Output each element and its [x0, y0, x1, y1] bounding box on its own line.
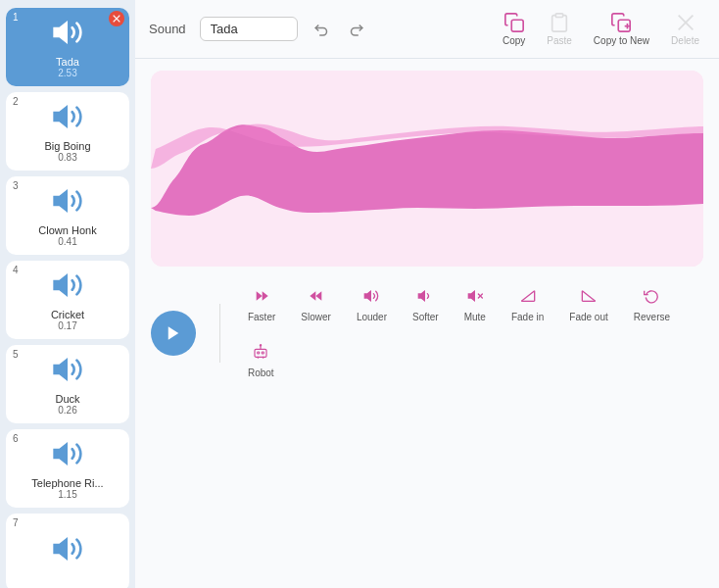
- louder-button[interactable]: Louder: [353, 286, 391, 324]
- sidebar-item-Clown Honk[interactable]: 3 Clown Honk0.41: [6, 176, 129, 255]
- speaker-icon: [52, 438, 83, 473]
- slower-button[interactable]: Slower: [297, 286, 335, 324]
- fade-out-button[interactable]: Fade out: [565, 286, 611, 324]
- item-duration: 0.17: [58, 320, 76, 331]
- item-number: 7: [13, 517, 19, 528]
- sidebar-item-Tada[interactable]: 1 Tada2.53: [6, 8, 129, 86]
- svg-point-34: [261, 345, 262, 346]
- mute-icon: [465, 288, 485, 309]
- item-number: 1: [13, 12, 19, 23]
- mute-label: Mute: [464, 312, 486, 322]
- copy-button[interactable]: Copy: [497, 8, 531, 50]
- svg-line-27: [521, 291, 534, 302]
- reverse-icon: [642, 288, 661, 309]
- item-number: 5: [13, 349, 19, 360]
- svg-marker-23: [419, 291, 425, 300]
- fade-in-icon: [518, 288, 538, 309]
- item-number: 3: [13, 180, 19, 191]
- svg-marker-19: [257, 291, 263, 300]
- louder-label: Louder: [357, 312, 387, 322]
- sound-name-input[interactable]: [200, 17, 298, 41]
- softer-icon: [415, 288, 435, 309]
- item-number: 2: [13, 96, 19, 107]
- waveform-display: [151, 71, 703, 267]
- delete-item-button[interactable]: [109, 11, 124, 26]
- toolbar: Sound Copy: [135, 0, 719, 59]
- faster-button[interactable]: Faster: [244, 286, 279, 324]
- svg-marker-24: [468, 291, 474, 300]
- item-duration: 0.26: [58, 405, 76, 416]
- robot-button[interactable]: Robot: [244, 342, 278, 380]
- mute-button[interactable]: Mute: [460, 286, 490, 324]
- svg-rect-10: [555, 14, 562, 18]
- item-number: 6: [13, 433, 19, 444]
- sidebar-item-6[interactable]: 7: [6, 514, 129, 588]
- faster-icon: [252, 288, 271, 309]
- svg-rect-36: [263, 352, 264, 354]
- svg-marker-5: [55, 275, 67, 294]
- effects-row: FasterSlowerLouderSofterMuteFade inFade …: [244, 286, 703, 380]
- paste-button[interactable]: Paste: [541, 8, 578, 50]
- svg-marker-7: [55, 444, 67, 463]
- item-number: 4: [13, 265, 19, 275]
- item-name: Duck: [55, 393, 79, 405]
- svg-marker-4: [55, 191, 67, 210]
- main-panel: Sound Copy: [135, 0, 719, 588]
- fade-out-icon: [579, 288, 599, 309]
- sidebar: 1 Tada2.532 Big Boing0.833 Clown Honk0.4…: [0, 0, 135, 588]
- speaker-icon: [52, 185, 83, 220]
- divider: [219, 304, 220, 363]
- svg-line-30: [582, 291, 595, 302]
- fade-in-label: Fade in: [511, 312, 544, 322]
- reverse-button[interactable]: Reverse: [630, 286, 674, 324]
- svg-marker-21: [315, 291, 321, 300]
- sound-label: Sound: [149, 22, 186, 36]
- copy-to-new-button[interactable]: Copy to New: [588, 8, 655, 50]
- item-name: Clown Honk: [38, 224, 96, 236]
- speaker-icon: [52, 533, 83, 568]
- speaker-icon: [52, 101, 83, 136]
- sidebar-item-Telephone Ri...[interactable]: 6 Telephone Ri...1.15: [6, 429, 129, 508]
- faster-label: Faster: [248, 312, 275, 322]
- delete-button[interactable]: Delete: [665, 8, 705, 50]
- softer-button[interactable]: Softer: [408, 286, 443, 324]
- item-name: Tada: [56, 56, 79, 68]
- svg-rect-35: [258, 352, 260, 354]
- svg-marker-17: [168, 326, 179, 340]
- sidebar-item-Cricket[interactable]: 4 Cricket0.17: [6, 261, 129, 339]
- svg-rect-9: [511, 20, 523, 31]
- svg-marker-18: [263, 291, 268, 300]
- svg-marker-22: [365, 291, 371, 300]
- playback-area: FasterSlowerLouderSofterMuteFade inFade …: [135, 278, 719, 388]
- svg-marker-20: [310, 291, 315, 300]
- speaker-icon: [52, 354, 83, 389]
- svg-marker-3: [55, 107, 67, 125]
- item-name: Big Boing: [44, 140, 90, 152]
- item-duration: 0.83: [58, 152, 76, 163]
- undo-redo-group: [308, 17, 370, 42]
- item-duration: 2.53: [58, 68, 76, 78]
- svg-marker-6: [55, 360, 67, 378]
- delete-label: Delete: [671, 35, 699, 46]
- fade-in-button[interactable]: Fade in: [507, 286, 548, 324]
- softer-label: Softer: [412, 312, 439, 322]
- item-name: Cricket: [51, 309, 84, 320]
- slower-icon: [307, 288, 326, 309]
- sidebar-item-Big Boing[interactable]: 2 Big Boing0.83: [6, 92, 129, 171]
- speaker-icon: [52, 270, 83, 305]
- paste-label: Paste: [547, 35, 572, 46]
- louder-icon: [361, 288, 381, 309]
- reverse-label: Reverse: [634, 312, 670, 322]
- fade-out-label: Fade out: [569, 312, 607, 322]
- speaker-icon: [52, 17, 83, 52]
- item-duration: 0.41: [58, 236, 76, 247]
- item-name: Telephone Ri...: [31, 477, 103, 489]
- copy-label: Copy: [503, 35, 525, 46]
- undo-button[interactable]: [308, 17, 337, 42]
- sidebar-item-Duck[interactable]: 5 Duck0.26: [6, 345, 129, 423]
- copy-to-new-label: Copy to New: [594, 35, 649, 46]
- redo-button[interactable]: [341, 17, 370, 42]
- svg-rect-33: [255, 349, 266, 357]
- play-button[interactable]: [151, 311, 196, 356]
- slower-label: Slower: [301, 312, 331, 322]
